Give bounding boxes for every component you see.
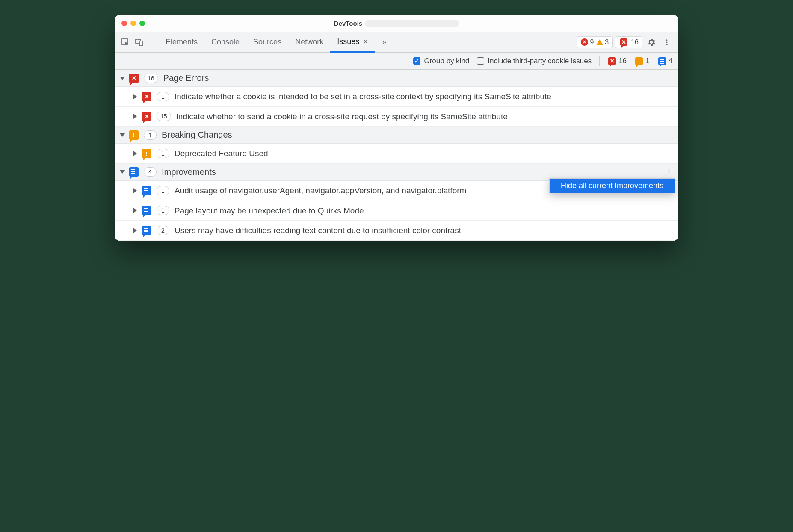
traffic-lights: [121, 21, 145, 26]
error-speech-icon: ✕: [129, 74, 139, 83]
tab-label: Network: [295, 38, 323, 47]
issue-row[interactable]: !1Deprecated Feature Used: [115, 144, 678, 164]
close-tab-icon[interactable]: ✕: [363, 38, 368, 46]
info-speech-icon: [142, 226, 151, 235]
group-header[interactable]: !1Breaking Changes: [115, 127, 678, 144]
error-icon: ✕: [581, 38, 588, 46]
info-speech-icon: [142, 206, 151, 215]
issue-row[interactable]: ✕15Indicate whether to send a cookie in …: [115, 107, 678, 127]
issue-count: 2: [157, 226, 169, 235]
panel-tabs: ElementsConsoleSourcesNetworkIssues✕: [159, 32, 375, 53]
issue-row[interactable]: 2Users may have difficulties reading tex…: [115, 221, 678, 241]
group-count: 16: [144, 74, 158, 83]
group-by-kind-label: Group by kind: [424, 57, 469, 65]
disclosure-triangle-icon: [133, 208, 137, 213]
third-party-label: Include third-party cookie issues: [488, 57, 592, 65]
info-filter[interactable]: 4: [657, 56, 672, 66]
context-menu: Hide all current Improvements: [549, 178, 675, 193]
settings-icon[interactable]: [645, 38, 658, 47]
tab-network[interactable]: Network: [288, 32, 330, 53]
disclosure-triangle-icon: [120, 77, 125, 80]
group-title: Breaking Changes: [162, 130, 232, 140]
issues-filter-bar: ✓ Group by kind Include third-party cook…: [115, 53, 678, 70]
error-speech-icon: ✕: [142, 112, 151, 121]
error-count: 9: [590, 38, 594, 46]
tab-label: Issues: [337, 37, 359, 46]
warning-count: 3: [605, 38, 609, 46]
issues-status-pill[interactable]: ✕ 16: [615, 36, 642, 48]
main-toolbar: ElementsConsoleSourcesNetworkIssues✕ » ✕…: [115, 32, 678, 53]
group-by-kind-checkbox[interactable]: ✓ Group by kind: [413, 57, 469, 65]
disclosure-triangle-icon: [133, 188, 137, 193]
issue-count: 1: [157, 149, 169, 158]
issue-count: 15: [157, 112, 171, 121]
minimize-window-button[interactable]: [130, 21, 136, 26]
tab-label: Elements: [166, 38, 198, 47]
warning-icon: [596, 39, 603, 45]
info-speech-icon: [657, 56, 667, 66]
disclosure-triangle-icon: [133, 151, 137, 156]
disclosure-triangle-icon: [120, 133, 125, 137]
checkbox-checked-icon: ✓: [413, 57, 420, 65]
group-title: Improvements: [162, 167, 216, 177]
third-party-checkbox[interactable]: Include third-party cookie issues: [477, 57, 592, 65]
svg-point-8: [669, 174, 670, 175]
disclosure-triangle-icon: [133, 228, 137, 233]
issue-count: 1: [157, 92, 169, 101]
tab-sources[interactable]: Sources: [246, 32, 288, 53]
window-title-text: DevTools: [334, 20, 362, 27]
device-toolbar-icon[interactable]: [133, 37, 145, 48]
redacted-url: [365, 20, 459, 27]
more-tabs-icon[interactable]: »: [378, 38, 391, 47]
issue-row[interactable]: 1Page layout may be unexpected due to Qu…: [115, 201, 678, 221]
kebab-menu-icon[interactable]: [660, 38, 673, 46]
warnings-filter[interactable]: !1: [634, 56, 649, 66]
issue-text: Indicate whether a cookie is intended to…: [175, 91, 551, 102]
zoom-window-button[interactable]: [139, 21, 145, 26]
svg-point-7: [669, 171, 670, 173]
separator: [599, 56, 600, 66]
svg-point-5: [666, 44, 668, 45]
warning-speech-icon: !: [634, 56, 644, 66]
errors-filter[interactable]: ✕16: [607, 56, 627, 66]
group-count: 4: [144, 167, 157, 177]
warning-speech-icon: !: [142, 149, 151, 158]
error-speech-icon: ✕: [607, 56, 617, 66]
inspect-element-icon[interactable]: [120, 37, 131, 48]
separator: [150, 38, 150, 47]
group-header[interactable]: 4ImprovementsHide all current Improvemen…: [115, 164, 678, 181]
issue-row[interactable]: ✕1Indicate whether a cookie is intended …: [115, 87, 678, 107]
svg-point-4: [666, 41, 668, 43]
close-window-button[interactable]: [121, 21, 127, 26]
tab-elements[interactable]: Elements: [159, 32, 204, 53]
svg-rect-2: [139, 41, 142, 46]
info-speech-icon: [142, 186, 151, 195]
warning-speech-icon: !: [129, 130, 139, 140]
console-status-pill[interactable]: ✕9 3: [577, 36, 613, 48]
group-kebab-icon[interactable]: [666, 168, 672, 175]
issue-text: Audit usage of navigator.userAgent, navi…: [175, 185, 466, 196]
tab-label: Console: [211, 38, 240, 47]
issue-text: Page layout may be unexpected due to Qui…: [175, 205, 364, 216]
issue-count: 1: [157, 206, 169, 215]
window-title: DevTools: [115, 20, 678, 27]
issue-text: Deprecated Feature Used: [175, 148, 268, 159]
checkbox-unchecked-icon: [477, 57, 484, 65]
issues-list: ✕16Page Errors✕1Indicate whether a cooki…: [115, 70, 678, 241]
error-speech-icon: ✕: [142, 92, 151, 101]
errors-filter-count: 16: [618, 57, 627, 65]
tab-label: Sources: [253, 38, 281, 47]
tab-console[interactable]: Console: [204, 32, 246, 53]
issues-total-count: 16: [631, 38, 639, 46]
disclosure-triangle-icon: [133, 114, 137, 119]
group-header[interactable]: ✕16Page Errors: [115, 70, 678, 87]
issue-text: Users may have difficulties reading text…: [175, 225, 461, 236]
disclosure-triangle-icon: [120, 170, 125, 174]
group-count: 1: [144, 130, 157, 140]
warnings-filter-count: 1: [645, 57, 649, 65]
issue-count: 1: [157, 186, 169, 195]
group-title: Page Errors: [163, 73, 209, 83]
tab-issues[interactable]: Issues✕: [330, 32, 375, 53]
context-menu-item[interactable]: Hide all current Improvements: [550, 179, 675, 193]
svg-point-3: [666, 39, 668, 41]
